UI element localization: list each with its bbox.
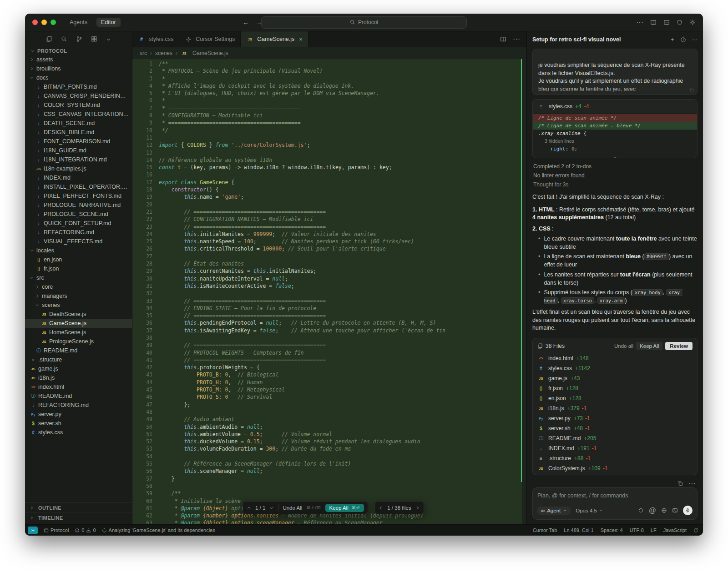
tree-item-managers[interactable]: managers [25, 291, 132, 301]
more-icon[interactable]: ··· [692, 36, 698, 43]
globe-icon[interactable] [661, 507, 667, 513]
files-icon[interactable] [46, 36, 52, 42]
changed-file-game-js[interactable]: JSgame.js+43 [533, 373, 697, 383]
tree-item-font-comparison-md[interactable]: ↓FONT_COMPARISON.md [25, 137, 132, 146]
tree-item-index-html[interactable]: <>index.html [25, 382, 132, 391]
code-line-38[interactable]: 38 [132, 334, 526, 341]
tree-item-refactoring-md[interactable]: ↓REFACTORING.md [25, 401, 132, 410]
breadcrumb[interactable]: src›scenes›JSGameScene.js [132, 47, 526, 59]
settings-gear-icon[interactable] [689, 19, 696, 25]
close-tab-icon[interactable]: × [299, 36, 303, 43]
code-line-42[interactable]: 42 this.protocolWeights = { [132, 364, 526, 371]
tree-item-design-bible-md[interactable]: ↓DESIGN_BIBLE.md [25, 128, 132, 137]
changed-file-styles-css[interactable]: #styles.css+1142 [533, 363, 697, 373]
changed-file-structure[interactable]: ≡.structure+88-1 [533, 453, 697, 463]
breadcrumb-segment[interactable]: src [140, 50, 147, 56]
code-line-58[interactable]: 58 [132, 482, 526, 490]
tree-item-color-system-md[interactable]: ↓COLOR_SYSTEM.md [25, 100, 132, 110]
tree-item-install-pixel-operator-md[interactable]: ↓INSTALL_PIXEL_OPERATOR.md [25, 182, 132, 191]
tree-item-en-json[interactable]: {}en.json [25, 255, 132, 264]
minimize-window-button[interactable] [41, 20, 47, 25]
chevron-down-icon[interactable] [269, 506, 274, 510]
tree-item-locales[interactable]: locales [25, 246, 132, 255]
code-line-21[interactable]: 21 // ==================================… [132, 208, 526, 216]
keep-all-button[interactable]: Keep All ⌘⏎ [325, 504, 364, 512]
code-editor[interactable]: 1/**2 * PROTOCOL – Scène de jeu principa… [132, 59, 526, 524]
mention-icon[interactable]: @ [649, 507, 656, 515]
changed-file-i18n-js[interactable]: JSi18n.js+379-1 [533, 403, 697, 413]
tree-item-i18n-js[interactable]: JSi18n.js [25, 373, 132, 382]
code-line-2[interactable]: 2 * PROTOCOL – Scène de jeu principale (… [132, 67, 526, 75]
code-line-56[interactable]: 56 this.sceneManager = null; [132, 467, 526, 475]
problems-indicator[interactable]: 0 0 [75, 527, 96, 533]
tree-item-i18n-integration-md[interactable]: ↓I18N_INTEGRATION.md [25, 155, 132, 164]
code-line-32[interactable]: 32 [132, 290, 526, 297]
changed-file-index-html[interactable]: <>index.html+148 [533, 353, 697, 363]
tree-item-canvas-crisp-rendering-md[interactable]: ↓CANVAS_CRISP_RENDERING.md [25, 91, 132, 100]
statusbar-utf-8[interactable]: UTF-8 [630, 527, 644, 533]
code-line-7[interactable]: 7 * ====================================… [132, 105, 526, 112]
code-line-23[interactable]: 23 // ==================================… [132, 223, 526, 231]
tree-item-scenes[interactable]: scenes [25, 301, 132, 310]
sidebar-section-timeline[interactable]: TIMELINE [25, 512, 132, 522]
copy-icon[interactable] [677, 479, 683, 487]
more-icon[interactable]: ··· [688, 479, 696, 487]
tree-item-docs[interactable]: docs [25, 73, 132, 82]
explorer-section-header[interactable]: PROTOCOL [25, 47, 132, 55]
code-line-51[interactable]: 51 this.ambientVolume = 0.5; // Volume n… [132, 431, 526, 438]
code-line-45[interactable]: 45 PROTO_M: 0, // Metaphysical [132, 386, 526, 393]
model-picker[interactable]: Opus 4.5 [576, 508, 603, 513]
tree-item-prologue-narrative-md[interactable]: ↓PROLOGUE_NARRATIVE.md [25, 201, 132, 210]
back-icon[interactable]: ← [243, 19, 249, 26]
changed-file-server-sh[interactable]: $server.sh+48-1 [533, 423, 697, 433]
review-button[interactable]: Review [665, 342, 693, 350]
code-line-8[interactable]: 8 * CONFIGURATION – Modifiable ici [132, 112, 526, 119]
code-line-16[interactable]: 16 [132, 171, 526, 178]
code-line-5[interactable]: 5 * L'UI (dialogues, HUD, choix) est gér… [132, 90, 526, 97]
tree-item-i18n-guide-md[interactable]: ↓I18N_GUIDE.md [25, 146, 132, 155]
tree-item-death-scene-md[interactable]: ↓DEATH_SCENE.md [25, 119, 132, 128]
tree-item-quick-font-setup-md[interactable]: ↓QUICK_FONT_SETUP.md [25, 219, 132, 228]
code-line-10[interactable]: 10 */ [132, 127, 526, 134]
code-line-57[interactable]: 57 } [132, 475, 526, 482]
code-line-12[interactable]: 12import { COLORS } from '../core/ColorS… [132, 141, 526, 149]
more-icon[interactable]: ··· [636, 18, 643, 26]
code-line-24[interactable]: 24 this.initialNanites = 999999; // Vale… [132, 231, 526, 238]
code-line-48[interactable]: 48 [132, 408, 526, 416]
breadcrumb-segment[interactable]: scenes [155, 50, 172, 56]
code-line-55[interactable]: 55 // Référence au SceneManager (définie… [132, 460, 526, 467]
shield-icon[interactable] [677, 20, 682, 25]
titlebar-tab-editor[interactable]: Editor [96, 18, 121, 27]
sync-icon[interactable] [693, 528, 698, 533]
code-line-43[interactable]: 43 PROTO_B: 0, // Biological [132, 371, 526, 378]
tab-gamescene-js[interactable]: JSGameScene.js× [241, 31, 308, 47]
code-line-26[interactable]: 26 this.criticalThreshold = 100000; // S… [132, 245, 526, 252]
code-line-50[interactable]: 50 this.ambientAudio = null; [132, 423, 526, 431]
statusbar-cursor-tab[interactable]: Cursor Tab [533, 527, 557, 533]
statusbar-javascript[interactable]: JavaScript [663, 527, 687, 533]
tree-item-pixel-perfect-fonts-md[interactable]: ↓PIXEL_PERFECT_FONTS.md [25, 191, 132, 201]
workspace-name[interactable]: Protocol [44, 527, 69, 533]
breadcrumb-file[interactable]: GameScene.js [192, 50, 228, 56]
changed-file-index-md[interactable]: ↓INDEX.md+191-1 [533, 443, 697, 453]
code-line-39[interactable]: 39 // ==================================… [132, 341, 526, 349]
tree-item-readme-md[interactable]: ⓘREADME.md [25, 346, 132, 355]
code-line-15[interactable]: 15const t = (key, params) => window.i18n… [132, 164, 526, 171]
code-line-3[interactable]: 3 * [132, 75, 526, 82]
zoom-window-button[interactable] [51, 20, 56, 25]
image-icon[interactable] [672, 507, 678, 513]
code-line-37[interactable]: 37 this.isAwaitingEndKey = false; // Att… [132, 327, 526, 334]
code-line-46[interactable]: 46 PROTO_S: 0 // Survival [132, 393, 526, 401]
code-line-29[interactable]: 29 this.currentNanites = this.initialNan… [132, 267, 526, 275]
tree-item-homescene-js[interactable]: JSHomeScene.js [25, 328, 132, 337]
code-line-25[interactable]: 25 this.naniteSpeed = 100; // Nanites pe… [132, 238, 526, 245]
tree-item-fr-json[interactable]: {}fr.json [25, 264, 132, 273]
code-line-4[interactable]: 4 * Affiche l'image du cockpit avec le s… [132, 82, 526, 90]
code-line-6[interactable]: 6 * [132, 97, 526, 104]
code-line-28[interactable]: 28 // État des nanites [132, 260, 526, 267]
diff-line-collapsed[interactable]: 3 hidden lines [533, 137, 697, 145]
code-line-27[interactable]: 27 [132, 253, 526, 260]
code-line-19[interactable]: 19 this.name = 'game'; [132, 193, 526, 201]
code-line-54[interactable]: 54 [132, 453, 526, 460]
code-line-63[interactable]: 63 * @param {Object} options.sceneManage… [132, 519, 526, 524]
